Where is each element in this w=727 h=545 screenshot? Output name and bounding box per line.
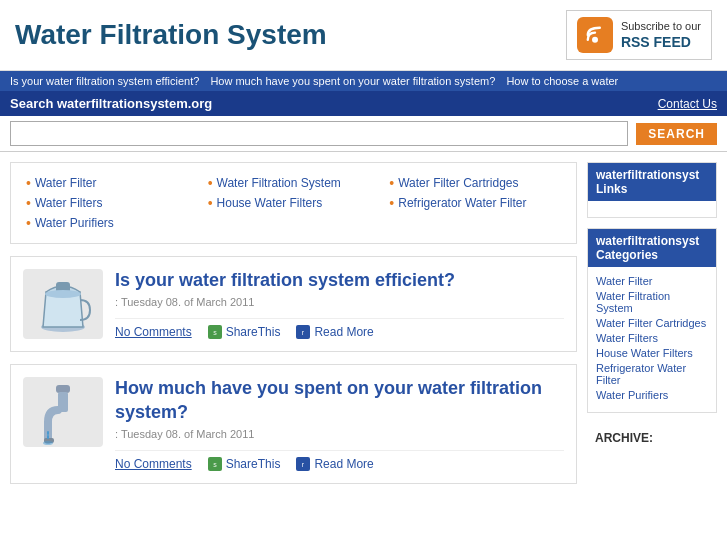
search-button[interactable]: SEARCH — [636, 123, 717, 145]
no-comments-2[interactable]: No Comments — [115, 457, 192, 471]
svg-point-11 — [43, 441, 53, 445]
share-icon-2: s — [208, 457, 222, 471]
rss-subscribe-label: Subscribe to our — [621, 19, 701, 33]
search-bar-label: Search waterfiltrationsystem.org — [10, 96, 212, 111]
article-date-1: : Tuesday 08. of March 2011 — [115, 296, 564, 308]
links-box: Water Filter Water Filtration System Wat… — [10, 162, 577, 244]
share-2[interactable]: s ShareThis — [208, 457, 281, 471]
article-date-2: : Tuesday 08. of March 2011 — [115, 428, 564, 440]
share-1[interactable]: s ShareThis — [208, 325, 281, 339]
article-actions-1: No Comments s ShareThis r Read More — [115, 318, 564, 339]
svg-text:s: s — [213, 329, 217, 336]
svg-rect-8 — [56, 385, 70, 393]
article-card-2: How much have you spent on your water fi… — [10, 364, 577, 484]
link-water-filters[interactable]: Water Filters — [26, 195, 198, 211]
article-title-2[interactable]: How much have you spent on your water fi… — [115, 377, 564, 424]
sidebar-categories-header: waterfiltrationsyst Categories — [588, 229, 716, 267]
article-body-2: How much have you spent on your water fi… — [115, 377, 564, 471]
contact-link[interactable]: Contact Us — [658, 97, 717, 111]
main-layout: Water Filter Water Filtration System Wat… — [0, 152, 727, 506]
read-icon-1: r — [296, 325, 310, 339]
read-icon-2: r — [296, 457, 310, 471]
link-water-filtration-system[interactable]: Water Filtration System — [208, 175, 380, 191]
search-row: SEARCH — [0, 116, 727, 152]
article-title-1[interactable]: Is your water filtration system efficien… — [115, 269, 564, 292]
share-icon-1: s — [208, 325, 222, 339]
rss-feed-label: RSS FEED — [621, 34, 691, 50]
rss-text: Subscribe to our RSS FEED — [621, 19, 701, 51]
cat-water-purifiers[interactable]: Water Purifiers — [596, 389, 708, 401]
rss-icon — [577, 17, 613, 53]
search-input[interactable] — [10, 121, 628, 146]
svg-point-3 — [45, 290, 81, 298]
faucet-image — [23, 377, 103, 447]
link-water-filter[interactable]: Water Filter — [26, 175, 198, 191]
sidebar-links-content — [588, 201, 716, 217]
cat-water-filters[interactable]: Water Filters — [596, 332, 708, 344]
svg-point-0 — [592, 37, 598, 43]
cat-water-filter[interactable]: Water Filter — [596, 275, 708, 287]
sidebar-categories-content: Water Filter Water Filtration System Wat… — [588, 267, 716, 412]
article-body-1: Is your water filtration system efficien… — [115, 269, 564, 339]
cat-refrigerator-water-filter[interactable]: Refrigerator Water Filter — [596, 362, 708, 386]
nav-bar: Is your water filtration system efficien… — [0, 71, 727, 91]
archive-label: ARCHIVE: — [587, 423, 717, 449]
search-bar: Search waterfiltrationsystem.org Contact… — [0, 91, 727, 116]
article-actions-2: No Comments s ShareThis r Read More — [115, 450, 564, 471]
link-house-water-filters[interactable]: House Water Filters — [208, 195, 380, 211]
sidebar-links-section: waterfiltrationsyst Links — [587, 162, 717, 218]
link-refrigerator-water-filter[interactable]: Refrigerator Water Filter — [389, 195, 561, 211]
nav-item-2[interactable]: How much have you spent on your water fi… — [210, 75, 495, 87]
article-thumb-1 — [23, 269, 103, 339]
read-more-2[interactable]: r Read More — [296, 457, 373, 471]
read-more-1[interactable]: r Read More — [296, 325, 373, 339]
link-water-purifiers[interactable]: Water Purifiers — [26, 215, 198, 231]
sidebar-links-header: waterfiltrationsyst Links — [588, 163, 716, 201]
cat-water-filter-cartridges[interactable]: Water Filter Cartridges — [596, 317, 708, 329]
cat-water-filtration-system[interactable]: Water Filtration System — [596, 290, 708, 314]
link-water-filter-cartridges[interactable]: Water Filter Cartridges — [389, 175, 561, 191]
article-thumb-2 — [23, 377, 103, 447]
rss-box: Subscribe to our RSS FEED — [566, 10, 712, 60]
site-title: Water Filtration System — [15, 19, 327, 51]
nav-item-3[interactable]: How to choose a water — [506, 75, 618, 87]
header: Water Filtration System Subscribe to our… — [0, 0, 727, 71]
nav-item-1[interactable]: Is your water filtration system efficien… — [10, 75, 199, 87]
sidebar-categories-section: waterfiltrationsyst Categories Water Fil… — [587, 228, 717, 413]
article-card-1: Is your water filtration system efficien… — [10, 256, 577, 352]
links-grid: Water Filter Water Filtration System Wat… — [26, 175, 561, 231]
sidebar: waterfiltrationsyst Links waterfiltratio… — [587, 162, 717, 496]
svg-text:s: s — [213, 461, 217, 468]
no-comments-1[interactable]: No Comments — [115, 325, 192, 339]
cat-house-water-filters[interactable]: House Water Filters — [596, 347, 708, 359]
content-area: Water Filter Water Filtration System Wat… — [10, 162, 577, 496]
pitcher-image — [23, 269, 103, 339]
